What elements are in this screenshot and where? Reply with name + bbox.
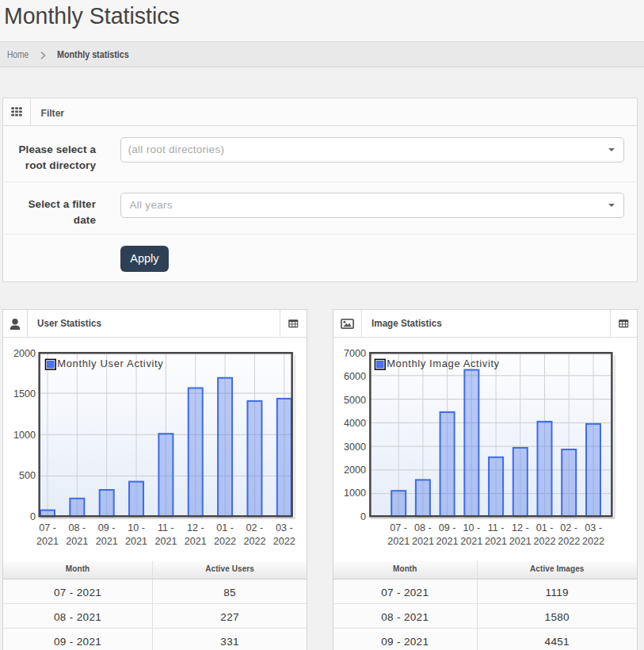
svg-text:3000: 3000 — [344, 442, 366, 453]
svg-text:0: 0 — [30, 511, 36, 522]
svg-text:2021: 2021 — [460, 536, 482, 547]
svg-text:6000: 6000 — [344, 371, 366, 382]
svg-text:2022: 2022 — [214, 536, 236, 547]
svg-text:03 -: 03 - — [276, 522, 293, 533]
svg-text:2022: 2022 — [558, 536, 580, 547]
svg-text:11 -: 11 - — [158, 522, 174, 533]
svg-text:02 -: 02 - — [246, 522, 264, 533]
svg-text:2000: 2000 — [344, 465, 366, 476]
svg-text:08 -: 08 - — [68, 522, 86, 533]
svg-text:2021: 2021 — [66, 536, 88, 547]
svg-text:09 -: 09 - — [98, 522, 116, 533]
svg-text:2021: 2021 — [485, 536, 507, 547]
svg-text:01 -: 01 - — [216, 522, 234, 533]
svg-text:1500: 1500 — [13, 388, 36, 400]
svg-text:09 -: 09 - — [439, 522, 456, 533]
svg-text:2022: 2022 — [582, 536, 604, 547]
svg-text:12 -: 12 - — [187, 522, 204, 533]
svg-text:1000: 1000 — [13, 430, 36, 441]
svg-text:2022: 2022 — [273, 536, 295, 547]
svg-text:2021: 2021 — [125, 536, 147, 547]
svg-text:12 -: 12 - — [512, 522, 529, 533]
svg-text:2021: 2021 — [185, 536, 207, 547]
svg-text:02 -: 02 - — [560, 522, 577, 533]
svg-text:0: 0 — [360, 511, 366, 522]
svg-text:10 -: 10 - — [128, 522, 145, 533]
svg-text:2021: 2021 — [36, 536, 59, 547]
svg-text:2000: 2000 — [13, 348, 36, 359]
svg-text:2022: 2022 — [243, 536, 265, 547]
svg-text:01 -: 01 - — [536, 522, 554, 533]
svg-text:07 -: 07 - — [39, 522, 56, 533]
svg-text:2021: 2021 — [154, 536, 177, 547]
svg-text:2021: 2021 — [509, 536, 532, 547]
svg-text:Monthly User Activity: Monthly User Activity — [57, 358, 163, 369]
svg-text:500: 500 — [19, 470, 36, 481]
svg-text:2021: 2021 — [387, 536, 410, 547]
svg-text:5000: 5000 — [344, 395, 366, 406]
svg-text:03 -: 03 - — [585, 522, 602, 533]
svg-text:07 -: 07 - — [390, 522, 407, 533]
svg-text:2021: 2021 — [412, 536, 434, 547]
svg-text:4000: 4000 — [344, 418, 366, 429]
svg-text:2021: 2021 — [96, 536, 118, 547]
svg-text:2022: 2022 — [533, 536, 555, 547]
svg-text:11 -: 11 - — [488, 522, 505, 533]
svg-text:1000: 1000 — [344, 488, 366, 499]
svg-text:08 -: 08 - — [414, 522, 432, 533]
svg-text:Monthly Image Activity: Monthly Image Activity — [387, 358, 500, 369]
svg-text:2021: 2021 — [436, 536, 459, 547]
svg-text:7000: 7000 — [344, 348, 366, 359]
svg-text:10 -: 10 - — [463, 522, 480, 533]
